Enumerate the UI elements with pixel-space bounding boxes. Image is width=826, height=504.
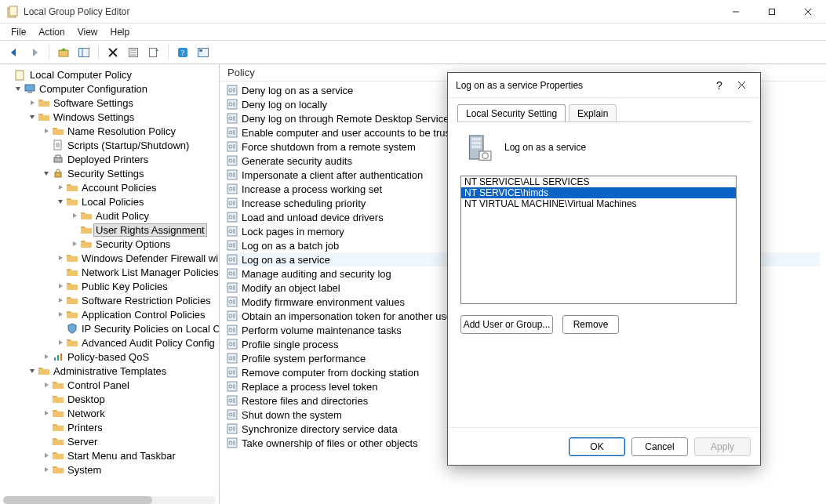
menu-help[interactable]: Help — [104, 25, 136, 39]
member-row[interactable]: NT SERVICE\himds — [461, 187, 736, 198]
tree-item-label: Desktop — [67, 393, 105, 405]
tree-acp[interactable]: Application Control Policies — [0, 307, 219, 321]
help-button[interactable]: ? — [173, 44, 192, 61]
tree-pbqos[interactable]: Policy-based QoS — [0, 350, 219, 364]
menu-action[interactable]: Action — [32, 25, 71, 39]
tree-system[interactable]: System — [0, 462, 219, 477]
folder-icon — [52, 463, 64, 476]
chevron-down-icon[interactable] — [27, 365, 38, 376]
ok-button[interactable]: OK — [569, 437, 625, 456]
chevron-right-icon[interactable] — [41, 408, 52, 419]
svg-rect-107 — [471, 138, 482, 141]
forward-button[interactable] — [25, 44, 44, 61]
svg-text:?: ? — [181, 49, 185, 57]
chevron-right-icon[interactable] — [55, 281, 66, 292]
tree-server[interactable]: Server — [0, 434, 219, 448]
chevron-down-icon[interactable] — [55, 196, 66, 207]
horizontal-scrollbar[interactable] — [3, 496, 216, 504]
tree-printers[interactable]: Printers — [0, 420, 219, 434]
cancel-button[interactable]: Cancel — [631, 437, 688, 456]
tree-nlmp[interactable]: Network List Manager Policies — [0, 265, 219, 279]
tree-item-label: Administrative Templates — [53, 365, 166, 377]
chevron-right-icon[interactable] — [55, 337, 66, 348]
tree-item-label: Local Computer Policy — [30, 69, 132, 81]
menu-view[interactable]: View — [71, 25, 104, 39]
chevron-right-icon[interactable] — [41, 351, 52, 362]
tree-item-label: IP Security Policies on Local C — [82, 323, 219, 335]
list-item-label: Force shutdown from a remote system — [242, 141, 416, 153]
dialog-titlebar[interactable]: Log on as a service Properties ? — [448, 73, 760, 98]
menu-file[interactable]: File — [5, 25, 32, 39]
svg-rect-39 — [67, 313, 78, 318]
chevron-right-icon[interactable] — [41, 450, 52, 461]
tree-security-options[interactable]: Security Options — [0, 237, 219, 251]
tab-local-security-setting[interactable]: Local Security Setting — [457, 104, 566, 121]
chevron-right-icon[interactable] — [55, 252, 66, 263]
members-listbox[interactable]: NT SERVICE\ALL SERVICES NT SERVICE\himds… — [460, 176, 737, 304]
dialog-help-button[interactable]: ? — [708, 74, 730, 96]
tree-pk-policies[interactable]: Public Key Policies — [0, 279, 219, 293]
tree-network[interactable]: Network — [0, 406, 219, 420]
tree-ipsec[interactable]: IP Security Policies on Local C — [0, 321, 219, 335]
tree-desktop[interactable]: Desktop — [0, 392, 219, 406]
chevron-right-icon[interactable] — [27, 97, 38, 108]
policy-setting-icon — [226, 183, 238, 195]
tree-control-panel[interactable]: Control Panel — [0, 378, 219, 392]
tree-aapc[interactable]: Advanced Audit Policy Config — [0, 335, 219, 350]
tree-admin-templates[interactable]: Administrative Templates — [0, 364, 219, 378]
show-hide-tree-button[interactable] — [75, 44, 93, 61]
policy-setting-icon — [226, 126, 238, 139]
list-item-label: Profile system performance — [242, 353, 366, 364]
tree-account-policies[interactable]: Account Policies — [0, 180, 219, 194]
tree-name-resolution-policy[interactable]: Name Resolution Policy — [0, 124, 219, 138]
chevron-right-icon[interactable] — [55, 309, 66, 320]
remove-button[interactable]: Remove — [562, 315, 619, 334]
tree-wdfw[interactable]: Windows Defender Firewall wi — [0, 251, 219, 265]
dialog-title: Log on as a service Properties — [456, 80, 708, 91]
tree-scripts[interactable]: Scripts (Startup/Shutdown) — [0, 138, 219, 152]
chevron-right-icon[interactable] — [41, 125, 52, 136]
back-button[interactable] — [5, 44, 24, 61]
policy-setting-icon — [226, 169, 238, 181]
chevron-right-icon[interactable] — [41, 464, 52, 475]
export-list-button[interactable] — [144, 44, 163, 61]
tree-security-settings[interactable]: Security Settings — [0, 166, 219, 180]
svg-rect-44 — [38, 369, 49, 375]
member-row[interactable]: NT VIRTUAL MACHINE\Virtual Machines — [461, 198, 736, 209]
chevron-right-icon[interactable] — [55, 295, 66, 306]
tree-srp[interactable]: Software Restriction Policies — [0, 293, 219, 307]
service-icon — [464, 132, 495, 163]
tree-audit-policy[interactable]: Audit Policy — [0, 208, 219, 223]
chevron-down-icon[interactable] — [13, 83, 24, 94]
tree-start-menu[interactable]: Start Menu and Taskbar — [0, 448, 219, 462]
close-button[interactable] — [790, 0, 826, 24]
tree-local-policies[interactable]: Local Policies — [0, 194, 219, 208]
add-user-or-group-button[interactable]: Add User or Group... — [460, 315, 553, 334]
tab-explain[interactable]: Explain — [569, 104, 617, 121]
tree-deployed-printers[interactable]: Deployed Printers — [0, 152, 219, 166]
chevron-right-icon[interactable] — [69, 210, 80, 221]
tree-windows-settings[interactable]: Windows Settings — [0, 110, 219, 124]
tree-item-label: Start Menu and Taskbar — [67, 450, 176, 462]
tree-item-label: Printers — [67, 422, 103, 433]
up-button[interactable] — [54, 44, 73, 61]
chevron-down-icon[interactable] — [41, 168, 52, 179]
delete-button[interactable] — [104, 44, 122, 61]
maximize-button[interactable] — [754, 0, 790, 24]
apply-button[interactable]: Apply — [694, 437, 751, 456]
member-row[interactable]: NT SERVICE\ALL SERVICES — [461, 176, 736, 187]
tree-root[interactable]: Local Computer Policy — [0, 67, 219, 82]
chevron-down-icon[interactable] — [27, 111, 38, 122]
policy-setting-icon — [226, 154, 238, 167]
chevron-right-icon[interactable] — [69, 238, 80, 249]
tree-computer-configuration[interactable]: Computer Configuration — [0, 82, 219, 96]
chevron-right-icon[interactable] — [55, 182, 66, 193]
minimize-button[interactable] — [718, 0, 754, 24]
nav-tree[interactable]: Local Computer Policy Computer Configura… — [0, 64, 219, 495]
refresh-button[interactable] — [194, 44, 213, 61]
dialog-close-button[interactable] — [730, 74, 752, 96]
tree-user-rights-assignment[interactable]: User Rights Assignment — [0, 223, 219, 237]
properties-button[interactable] — [124, 44, 143, 61]
tree-software-settings[interactable]: Software Settings — [0, 96, 219, 110]
chevron-right-icon[interactable] — [41, 379, 52, 390]
